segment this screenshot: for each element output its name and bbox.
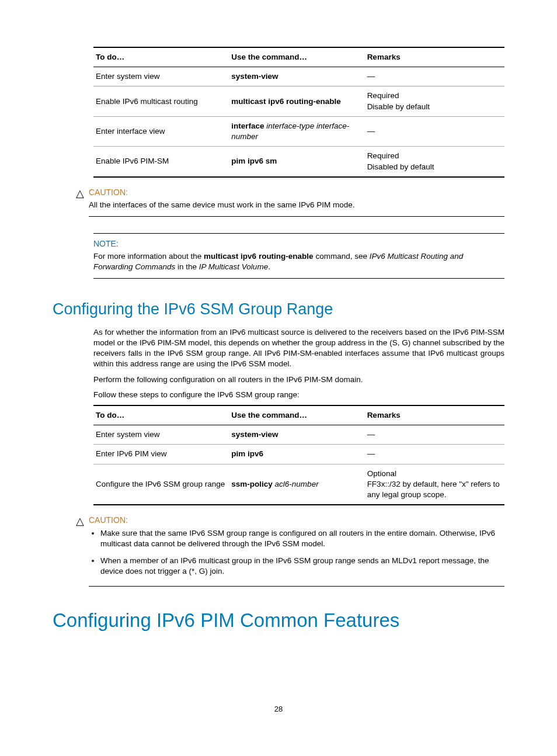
cell-cmd: ssm-policy acl6-number [229, 464, 364, 505]
table-row: Enter IPv6 PIM view pim ipv6 — [93, 445, 504, 464]
warning-icon: △ [76, 515, 89, 526]
cell-cmd: pim ipv6 [229, 445, 364, 464]
table-pim-sm-enable: To do… Use the command… Remarks Enter sy… [93, 47, 504, 178]
warning-icon: △ [76, 187, 89, 199]
cell-todo: Enable IPv6 PIM-SM [93, 147, 229, 177]
page-number: 28 [53, 704, 504, 715]
table-row: Enter system view system-view — [93, 67, 504, 86]
note-text: For more information about the multicast… [93, 251, 504, 272]
caution-title: CAUTION: [89, 515, 504, 526]
cell-cmd: system-view [229, 425, 364, 445]
body-text: As for whether the information from an I… [93, 327, 504, 370]
th-cmd: Use the command… [229, 405, 364, 425]
caution-title: CAUTION: [89, 187, 504, 198]
cell-cmd: interface interface-type interface-numbe… [229, 116, 364, 146]
cell-todo: Enter interface view [93, 116, 229, 146]
cell-remarks: — [365, 445, 504, 464]
cell-todo: Enable IPv6 multicast routing [93, 86, 229, 116]
cell-remarks: — [365, 425, 504, 445]
note-callout: NOTE: For more information about the mul… [93, 233, 504, 279]
table-row: Enable IPv6 multicast routing multicast … [93, 86, 504, 116]
th-cmd: Use the command… [229, 47, 364, 67]
cell-cmd: multicast ipv6 routing-enable [229, 86, 364, 116]
table-row: Enable IPv6 PIM-SM pim ipv6 sm Required … [93, 147, 504, 177]
cell-todo: Configure the IPv6 SSM group range [93, 464, 229, 505]
cell-todo: Enter system view [93, 67, 229, 86]
table-row: Enter interface view interface interface… [93, 116, 504, 146]
caution-callout: △ CAUTION: All the interfaces of the sam… [76, 187, 504, 217]
cell-remarks: Required Disable by default [365, 86, 504, 116]
th-remarks: Remarks [365, 405, 504, 425]
caution-text: All the interfaces of the same device mu… [89, 200, 504, 210]
caution-item: When a member of an IPv6 multicast group… [100, 556, 504, 577]
cell-remarks: Required Disabled by default [365, 147, 504, 177]
body-text: Follow these steps to configure the IPv6… [93, 390, 504, 400]
cell-remarks: — [365, 116, 504, 146]
caution-callout: △ CAUTION: Make sure that the same IPv6 … [76, 515, 504, 587]
cell-remarks: — [365, 67, 504, 86]
body-text: Perform the following configuration on a… [93, 374, 504, 385]
cell-cmd: pim ipv6 sm [229, 147, 364, 177]
section-heading-ssm-range: Configuring the IPv6 SSM Group Range [53, 299, 504, 320]
table-ssm-range: To do… Use the command… Remarks Enter sy… [93, 405, 504, 505]
th-remarks: Remarks [365, 47, 504, 67]
th-todo: To do… [93, 47, 229, 67]
th-todo: To do… [93, 405, 229, 425]
caution-list: Make sure that the same IPv6 SSM group r… [89, 528, 504, 577]
cell-cmd: system-view [229, 67, 364, 86]
cell-todo: Enter IPv6 PIM view [93, 445, 229, 464]
cell-todo: Enter system view [93, 425, 229, 445]
caution-item: Make sure that the same IPv6 SSM group r… [100, 528, 504, 549]
table-row: Enter system view system-view — [93, 425, 504, 445]
table-row: Configure the IPv6 SSM group range ssm-p… [93, 464, 504, 505]
cell-remarks: Optional FF3x::/32 by default, here "x" … [365, 464, 504, 505]
note-title: NOTE: [93, 238, 504, 249]
chapter-heading-common-features: Configuring IPv6 PIM Common Features [53, 608, 504, 634]
